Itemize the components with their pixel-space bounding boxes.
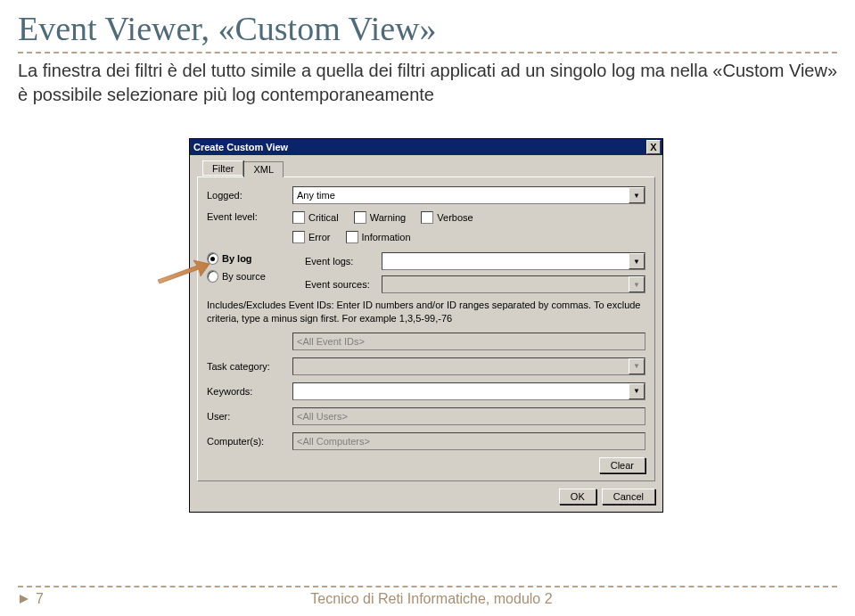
- chevron-down-icon: ▼: [629, 383, 645, 399]
- warning-label: Warning: [370, 212, 407, 223]
- task-category-dropdown[interactable]: ▼: [292, 357, 645, 375]
- close-button[interactable]: X: [646, 140, 661, 154]
- event-sources-label: Event sources:: [305, 279, 376, 290]
- tab-xml[interactable]: XML: [243, 161, 284, 177]
- page-number: 7: [36, 591, 44, 607]
- event-ids-placeholder: <All Event IDs>: [297, 336, 365, 347]
- close-icon: X: [650, 143, 656, 152]
- tab-strip: Filter XML: [190, 155, 662, 177]
- verbose-label: Verbose: [437, 212, 473, 223]
- ok-button[interactable]: OK: [559, 489, 596, 505]
- warning-checkbox-item[interactable]: Warning: [354, 211, 407, 224]
- event-ids-help: Includes/Excludes Event IDs: Enter ID nu…: [207, 299, 645, 325]
- checkbox-icon: [421, 211, 433, 224]
- by-log-label: By log: [222, 253, 287, 264]
- information-checkbox-item[interactable]: Information: [346, 231, 411, 243]
- checkbox-icon: [346, 231, 358, 243]
- event-sources-dropdown[interactable]: ▼: [382, 275, 645, 293]
- by-source-label: By source: [222, 271, 287, 282]
- triangle-icon: [18, 593, 30, 605]
- cancel-button[interactable]: Cancel: [602, 489, 655, 505]
- critical-label: Critical: [308, 212, 339, 223]
- event-level-label: Event level:: [207, 211, 287, 222]
- by-log-radio[interactable]: By log: [207, 252, 287, 265]
- user-label: User:: [207, 411, 287, 422]
- keywords-label: Keywords:: [207, 386, 287, 397]
- task-category-label: Task category:: [207, 361, 287, 372]
- chevron-down-icon: ▼: [629, 187, 645, 203]
- by-source-radio[interactable]: By source: [207, 270, 287, 283]
- chevron-down-icon: ▼: [629, 253, 645, 269]
- chevron-down-icon: ▼: [629, 276, 645, 292]
- user-input[interactable]: <All Users>: [292, 407, 645, 425]
- user-placeholder: <All Users>: [297, 411, 348, 422]
- event-ids-input[interactable]: <All Event IDs>: [292, 333, 645, 350]
- logged-label: Logged:: [207, 190, 287, 201]
- footer-divider: [18, 586, 837, 587]
- logged-value: Any time: [297, 190, 335, 201]
- information-label: Information: [362, 232, 411, 242]
- computers-input[interactable]: <All Computers>: [292, 432, 645, 450]
- chevron-down-icon: ▼: [629, 358, 645, 374]
- create-custom-view-dialog: Create Custom View X Filter XML Logged: …: [189, 138, 663, 513]
- dialog-title: Create Custom View: [193, 142, 288, 152]
- computers-placeholder: <All Computers>: [297, 436, 370, 447]
- radio-icon: [207, 252, 218, 265]
- radio-icon: [207, 270, 218, 283]
- dialog-titlebar[interactable]: Create Custom View X: [190, 139, 662, 155]
- error-label: Error: [308, 232, 330, 242]
- checkbox-icon: [292, 231, 305, 243]
- event-logs-dropdown[interactable]: ▼: [382, 252, 645, 270]
- slide-description: La finestra dei filtri è del tutto simil…: [18, 59, 837, 107]
- event-logs-label: Event logs:: [305, 256, 376, 267]
- filter-panel: Logged: Any time ▼ Event level: Critical…: [197, 177, 655, 481]
- slide-title: Event Viewer, «Custom View»: [18, 9, 855, 48]
- computers-label: Computer(s):: [207, 436, 287, 447]
- slide-footer: 7 Tecnico di Reti Informatiche, modulo 2: [18, 586, 837, 607]
- title-divider: [18, 52, 837, 53]
- footer-text: Tecnico di Reti Informatiche, modulo 2: [310, 591, 552, 607]
- logged-dropdown[interactable]: Any time ▼: [292, 186, 645, 204]
- tab-filter[interactable]: Filter: [202, 160, 243, 177]
- clear-button[interactable]: Clear: [599, 457, 645, 473]
- checkbox-icon: [354, 211, 366, 224]
- checkbox-icon: [292, 211, 305, 224]
- critical-checkbox-item[interactable]: Critical: [292, 211, 339, 224]
- keywords-dropdown[interactable]: ▼: [292, 382, 645, 400]
- verbose-checkbox-item[interactable]: Verbose: [421, 211, 473, 224]
- error-checkbox-item[interactable]: Error: [292, 231, 330, 243]
